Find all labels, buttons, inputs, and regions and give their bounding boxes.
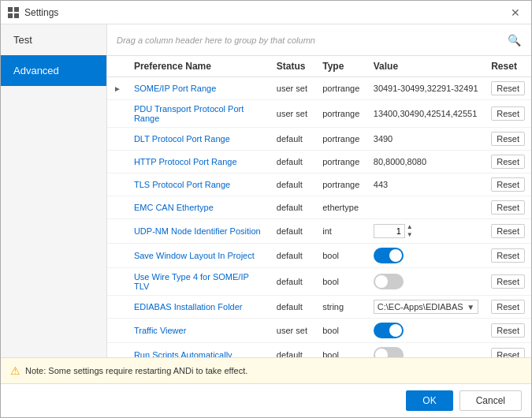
reset-button[interactable]: Reset [491,106,525,121]
cancel-button[interactable]: Cancel [459,390,522,411]
col-expand-header [107,56,128,77]
preference-status: default [270,128,316,151]
expand-cell [107,268,128,296]
expand-cell [107,219,128,244]
toggle-off[interactable] [374,347,404,357]
preference-status: default [270,174,316,196]
preference-reset: Reset [485,100,531,128]
preferences-table-container: Preference Name Status Type Value Reset … [107,56,531,357]
preference-status: default [270,296,316,319]
sidebar-item-test[interactable]: Test [1,24,106,55]
reset-button[interactable]: Reset [491,274,525,289]
preference-value: C:\EC-Apps\EDIABAS▼ [367,296,485,319]
table-row: ►SOME/IP Port Rangeuser setportrange3049… [107,77,531,100]
preference-type: bool [316,319,367,343]
reset-button[interactable]: Reset [491,132,525,146]
preference-reset: Reset [485,128,531,151]
preference-status: user set [270,77,316,100]
spinner-buttons[interactable]: ▲▼ [407,223,413,239]
toggle-off[interactable] [374,274,404,289]
expand-cell [107,151,128,174]
preference-value [367,319,485,343]
col-value-header: Value [367,56,485,77]
preference-type: bool [316,244,367,268]
dropdown-arrow-icon: ▼ [467,303,474,312]
toggle-on[interactable] [374,323,404,338]
main-content: Test Advanced Drag a column header here … [1,24,531,357]
toggle-on[interactable] [374,248,404,263]
col-name-header: Preference Name [128,56,270,77]
toggle-wrap [374,274,478,289]
reset-button[interactable]: Reset [491,81,525,95]
spinner-wrap: ▲▼ [374,223,478,239]
footer-note: ⚠ Note: Some settings require restarting… [1,357,531,383]
table-row: EMC CAN EthertypedefaultethertypeReset [107,196,531,219]
preference-status: user set [270,100,316,128]
preference-type: string [316,296,367,319]
preference-status: default [270,244,316,268]
preference-value: 3490 [367,128,485,151]
preference-value: 443 [367,174,485,196]
reset-button[interactable]: Reset [491,155,525,169]
expand-cell [107,296,128,319]
preference-type: portrange [316,151,367,174]
preference-status: default [270,151,316,174]
preference-reset: Reset [485,151,531,174]
warning-icon: ⚠ [10,364,20,377]
table-row: PDU Transport Protocol Port Rangeuser se… [107,100,531,128]
preference-type: int [316,219,367,244]
svg-rect-1 [14,7,19,12]
preference-name: PDU Transport Protocol Port Range [128,100,270,128]
toggle-wrap [374,248,478,263]
table-header-row: Preference Name Status Type Value Reset [107,56,531,77]
reset-button[interactable]: Reset [491,300,525,314]
spinner-down-icon[interactable]: ▼ [407,231,413,239]
preference-type: portrange [316,77,367,100]
preference-type: portrange [316,128,367,151]
preference-name: Traffic Viewer [128,319,270,343]
expand-cell[interactable]: ► [107,77,128,100]
reset-button[interactable]: Reset [491,224,525,238]
expand-arrow-icon[interactable]: ► [113,84,121,93]
preference-status: default [270,219,316,244]
reset-button[interactable]: Reset [491,177,525,192]
search-icon[interactable]: 🔍 [506,32,522,48]
preference-reset: Reset [485,296,531,319]
ok-button[interactable]: OK [406,390,452,411]
preference-name: UDP-NM Node Identifier Position [128,219,270,244]
close-button[interactable]: ✕ [506,3,525,22]
preference-value: 13400,30490,42514,42551 [367,100,485,128]
preference-status: default [270,196,316,219]
dropdown-value: C:\EC-Apps\EDIABAS [378,302,464,312]
preference-name: HTTP Protocol Port Range [128,151,270,174]
table-row: UDP-NM Node Identifier Positiondefaultin… [107,219,531,244]
reset-button[interactable]: Reset [491,200,525,215]
reset-button[interactable]: Reset [491,248,525,263]
spinner-input[interactable] [374,224,405,238]
dropdown-wrap[interactable]: C:\EC-Apps\EDIABAS▼ [374,300,478,314]
group-hint: Drag a column header here to group by th… [117,35,506,45]
preference-status: default [270,343,316,358]
preference-name: EMC CAN Ethertype [128,196,270,219]
spinner-up-icon[interactable]: ▲ [407,223,413,231]
preference-reset: Reset [485,268,531,296]
reset-button[interactable]: Reset [491,348,525,357]
preference-reset: Reset [485,196,531,219]
preference-name: SOME/IP Port Range [128,77,270,100]
col-status-header: Status [270,56,316,77]
table-row: DLT Protocol Port Rangedefaultportrange3… [107,128,531,151]
table-row: Save Window Layout In Projectdefaultbool… [107,244,531,268]
table-row: TLS Protocol Port Rangedefaultportrange4… [107,174,531,196]
sidebar-item-advanced[interactable]: Advanced [1,55,106,86]
expand-cell [107,128,128,151]
table-row: Run Scripts AutomaticallydefaultboolRese… [107,343,531,358]
preference-name: Use Wire Type 4 for SOME/IP TLV [128,268,270,296]
preference-name: Run Scripts Automatically [128,343,270,358]
expand-cell [107,174,128,196]
title-bar: Settings ✕ [1,1,531,24]
preferences-table: Preference Name Status Type Value Reset … [107,56,531,357]
preference-name: Save Window Layout In Project [128,244,270,268]
preference-type: portrange [316,100,367,128]
svg-rect-2 [8,13,13,18]
reset-button[interactable]: Reset [491,323,525,338]
